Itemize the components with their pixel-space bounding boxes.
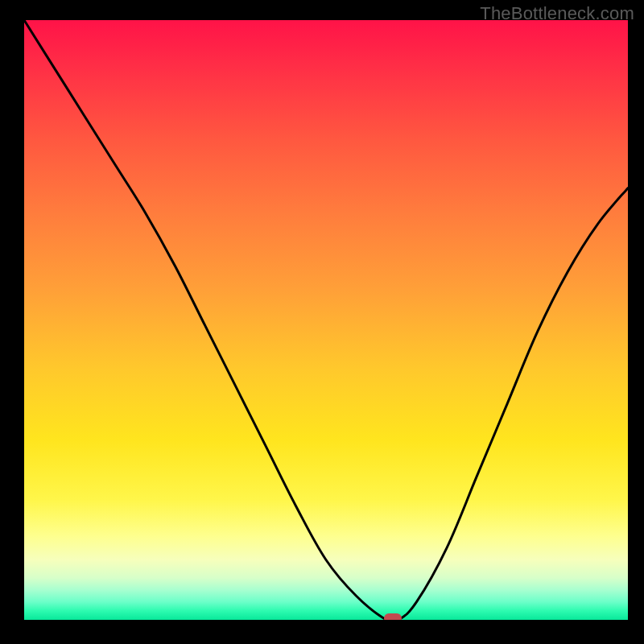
bottleneck-curve	[24, 20, 628, 620]
optimal-marker	[384, 613, 402, 620]
watermark-text: TheBottleneck.com	[480, 3, 634, 24]
curve-path	[24, 20, 628, 620]
chart-stage: TheBottleneck.com	[0, 0, 644, 644]
plot-area	[24, 20, 628, 620]
